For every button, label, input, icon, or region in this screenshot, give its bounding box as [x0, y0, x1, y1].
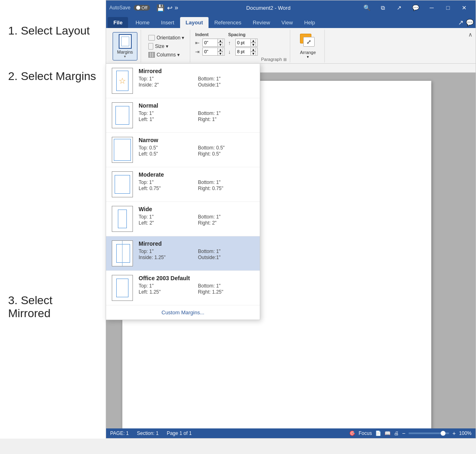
- columns-button[interactable]: Columns ▾: [146, 51, 187, 58]
- focus-icon[interactable]: 🎯: [349, 430, 355, 436]
- tab-insert[interactable]: Insert: [155, 17, 180, 28]
- arrange-button[interactable]: ⤢ Arrange ▾: [295, 32, 321, 61]
- margin-option-narrow[interactable]: NarrowTop: 0.5"Bottom: 0.5"Left: 0.5"Rig…: [106, 133, 260, 167]
- ribbon-share-icon[interactable]: ↗: [458, 19, 463, 26]
- page-number: PAGE: 1: [110, 430, 129, 436]
- spacing-before-up[interactable]: ▲: [250, 39, 256, 43]
- collapse-ribbon-icon[interactable]: ∧: [468, 31, 472, 38]
- tab-layout[interactable]: Layout: [180, 17, 209, 28]
- margin-item-details: Top: 0.5"Bottom: 0.5"Left: 0.5"Right: 0.…: [139, 145, 254, 157]
- spacing-after-up[interactable]: ▲: [250, 48, 256, 52]
- title-bar-left: AutoSave Off 💾 ↩ »: [109, 4, 178, 12]
- spacing-before-spinner: ▲ ▼: [250, 39, 256, 47]
- margin-detail: Bottom: 1": [198, 214, 254, 220]
- margin-item-name: Wide: [139, 206, 254, 212]
- spacing-before-down[interactable]: ▼: [250, 43, 256, 47]
- read-view-icon[interactable]: 📖: [385, 430, 391, 436]
- indent-left-row: ⇤ 0" ▲ ▼: [195, 39, 225, 47]
- margin-info: NarrowTop: 0.5"Bottom: 0.5"Left: 0.5"Rig…: [139, 137, 254, 157]
- size-icon: [148, 43, 153, 50]
- autosave-toggle[interactable]: Off: [134, 5, 150, 11]
- margin-item-icon: [112, 206, 133, 232]
- margin-item-details: Top: 1"Bottom: 1"Left: 2"Right: 2": [139, 214, 254, 226]
- spacing-before-field[interactable]: 0 pt ▲ ▼: [235, 39, 258, 47]
- margin-detail: Right: 1.25": [198, 289, 254, 295]
- instructions-panel: 1. Select Layout 2. Select Margins 3. Se…: [0, 0, 106, 439]
- margin-detail: Bottom: 0.5": [198, 145, 254, 151]
- comment-icon[interactable]: 💬: [407, 0, 424, 15]
- zoom-minus-icon[interactable]: −: [402, 430, 405, 437]
- margin-option-office-2003-default[interactable]: Office 2003 DefaultTop: 1"Bottom: 1"Left…: [106, 271, 260, 305]
- undo-icon[interactable]: ↩: [167, 4, 172, 12]
- margin-detail: Right: 2": [198, 220, 254, 226]
- custom-margins-button[interactable]: Custom Margins...: [106, 305, 260, 320]
- indent-left-down[interactable]: ▼: [217, 43, 223, 47]
- ribbon-content: Margins ▾ Orientation ▾ Size ▾: [106, 28, 476, 64]
- indent-left-field[interactable]: 0" ▲ ▼: [202, 39, 225, 47]
- margin-info: Office 2003 DefaultTop: 1"Bottom: 1"Left…: [139, 275, 254, 295]
- print-view-icon[interactable]: 🖨: [394, 430, 399, 436]
- margin-option-mirrored[interactable]: MirroredTop: 1"Bottom: 1"Inside: 1.25"Ou…: [106, 236, 260, 271]
- zoom-plus-icon[interactable]: +: [452, 430, 456, 437]
- spacing-label: Spacing: [228, 32, 258, 37]
- margin-item-name: Normal: [139, 102, 254, 109]
- spacing-after-down[interactable]: ▼: [250, 52, 256, 56]
- spacing-after-icon: ↓: [228, 49, 235, 55]
- paragraph-group: Indent ⇤ 0" ▲ ▼ ⇥ 0": [192, 30, 290, 63]
- tab-file[interactable]: File: [108, 17, 128, 28]
- margin-option-wide[interactable]: WideTop: 1"Bottom: 1"Left: 2"Right: 2": [106, 202, 260, 236]
- maximize-button[interactable]: □: [440, 0, 456, 15]
- margin-option-moderate[interactable]: ModerateTop: 1"Bottom: 1"Left: 0.75"Righ…: [106, 167, 260, 202]
- minimize-button[interactable]: ─: [424, 0, 440, 15]
- margin-detail: Outside:1": [198, 255, 254, 260]
- margin-item-details: Top: 1"Bottom: 1"Inside: 1.25"Outside:1": [139, 249, 254, 260]
- indent-right-down[interactable]: ▼: [217, 52, 223, 56]
- margin-info: MirroredTop: 1"Bottom: 1"Inside: 1.25"Ou…: [139, 240, 254, 260]
- indent-right-field[interactable]: 0" ▲ ▼: [202, 48, 225, 56]
- tab-references[interactable]: References: [209, 17, 247, 28]
- margin-detail: Inside: 2": [139, 82, 195, 88]
- ribbon-comment-icon[interactable]: 💬: [466, 19, 474, 26]
- restore-icon[interactable]: ⧉: [375, 0, 391, 15]
- margin-info: ModerateTop: 1"Bottom: 1"Left: 0.75"Righ…: [139, 171, 254, 191]
- close-button[interactable]: ✕: [456, 0, 472, 15]
- save-icon[interactable]: 💾: [156, 4, 165, 12]
- margin-info: MirroredTop: 1"Bottom: 1"Inside: 2"Outsi…: [139, 68, 254, 88]
- margin-option-normal[interactable]: NormalTop: 1"Bottom: 1"Left: 1"Right: 1": [106, 98, 260, 133]
- doc-view-icon[interactable]: 📄: [375, 430, 381, 436]
- margins-button[interactable]: Margins ▾: [113, 32, 137, 61]
- indent-left-up[interactable]: ▲: [217, 39, 223, 43]
- paragraph-expand-icon[interactable]: ⊞: [283, 57, 287, 62]
- margin-info: NormalTop: 1"Bottom: 1"Left: 1"Right: 1": [139, 102, 254, 122]
- margin-detail: Top: 1": [139, 179, 195, 185]
- tab-view[interactable]: View: [276, 17, 298, 28]
- orientation-button[interactable]: Orientation ▾: [146, 34, 187, 41]
- size-button[interactable]: Size ▾: [146, 42, 187, 50]
- search-icon[interactable]: 🔍: [359, 0, 375, 15]
- more-icon[interactable]: »: [175, 4, 178, 11]
- window-controls: 🔍 ⧉ ↗ 💬 ─ □ ✕: [359, 0, 472, 15]
- indent-right-up[interactable]: ▲: [217, 48, 223, 52]
- margin-detail: Bottom: 1": [198, 179, 254, 185]
- margin-item-icon: [112, 275, 133, 301]
- margin-option-mirrored[interactable]: ☆MirroredTop: 1"Bottom: 1"Inside: 2"Outs…: [106, 64, 260, 98]
- margin-detail: Right: 0.5": [198, 151, 254, 157]
- tab-help[interactable]: Help: [298, 17, 321, 28]
- margin-detail: Inside: 1.25": [139, 255, 195, 260]
- ribbon-tabs: File Home Insert Layout References Revie…: [106, 15, 476, 28]
- collapse-ribbon-area: ∧: [468, 30, 472, 63]
- spacing-after-field[interactable]: 8 pt ▲ ▼: [235, 48, 258, 56]
- margin-info: WideTop: 1"Bottom: 1"Left: 2"Right: 2": [139, 206, 254, 226]
- tab-home[interactable]: Home: [130, 17, 155, 28]
- share-icon[interactable]: ↗: [391, 0, 407, 15]
- margins-icon: [119, 34, 132, 49]
- indent-right-spinner: ▲ ▼: [217, 48, 223, 56]
- margins-dropdown: ☆MirroredTop: 1"Bottom: 1"Inside: 2"Outs…: [106, 63, 260, 320]
- tab-review[interactable]: Review: [247, 17, 276, 28]
- arrange-arrow-icon: ▾: [307, 55, 309, 59]
- margin-detail: Top: 1": [139, 249, 195, 254]
- margin-detail: Left: 0.5": [139, 151, 195, 157]
- zoom-slider[interactable]: [409, 432, 449, 434]
- columns-icon: [148, 52, 155, 58]
- margin-detail: Right: 1": [198, 117, 254, 122]
